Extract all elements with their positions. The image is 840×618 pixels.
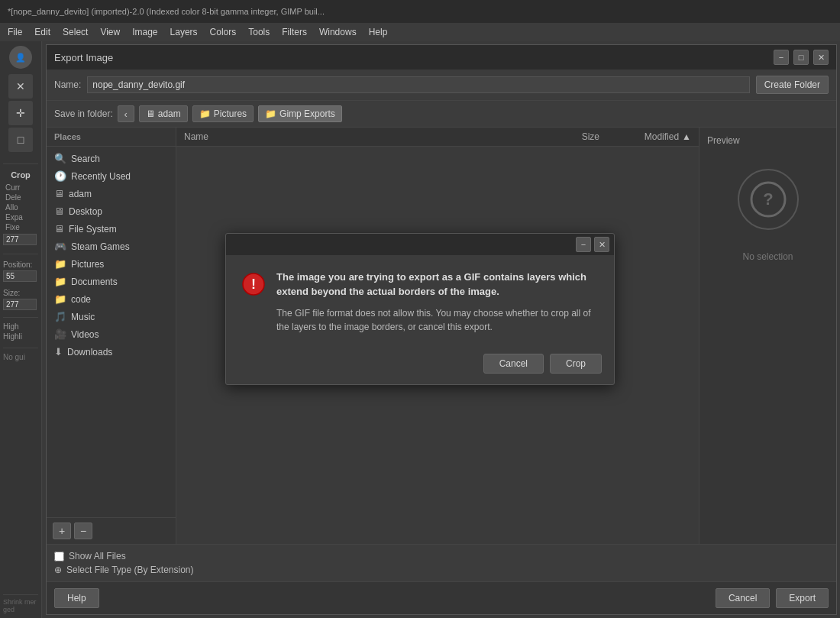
alert-error-icon: ! bbox=[241, 272, 266, 296]
svg-text:!: ! bbox=[251, 277, 256, 292]
alert-cancel-button[interactable]: Cancel bbox=[483, 354, 544, 374]
alert-titlebar: − ✕ bbox=[226, 234, 614, 255]
alert-title-text: The image you are trying to export as a … bbox=[276, 270, 599, 298]
alert-crop-button[interactable]: Crop bbox=[550, 354, 602, 374]
alert-minimize-button[interactable]: − bbox=[576, 237, 591, 252]
alert-actions: Cancel Crop bbox=[226, 346, 614, 384]
alert-dialog: − ✕ ! The image you are trying to export… bbox=[225, 233, 615, 384]
alert-text-area: The image you are trying to export as a … bbox=[276, 270, 599, 333]
alert-overlay: − ✕ ! The image you are trying to export… bbox=[0, 0, 840, 618]
alert-close-button[interactable]: ✕ bbox=[594, 237, 609, 252]
alert-content: ! The image you are trying to export as … bbox=[226, 255, 614, 345]
alert-body-text: The GIF file format does not allow this.… bbox=[276, 306, 599, 334]
